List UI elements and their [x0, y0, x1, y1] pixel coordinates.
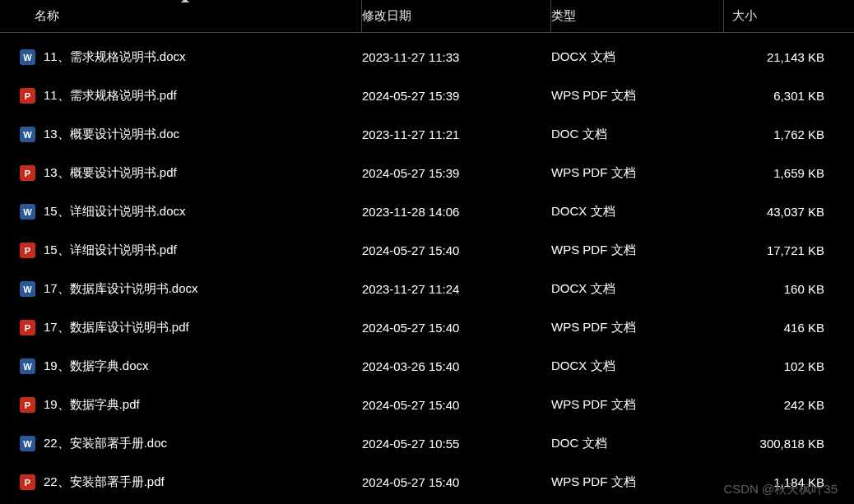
file-type-cell: DOC 文档	[551, 127, 724, 142]
file-row[interactable]: W19、数据字典.docx2024-03-26 15:40DOCX 文档102 …	[0, 347, 854, 386]
file-name-cell: W11、需求规格说明书.docx	[8, 49, 362, 65]
file-type-cell: WPS PDF 文档	[551, 88, 724, 104]
file-name-cell: P15、详细设计说明书.pdf	[8, 243, 362, 258]
file-name-label: 13、概要设计说明书.pdf	[44, 165, 177, 181]
file-row[interactable]: W13、概要设计说明书.doc2023-11-27 11:21DOC 文档1,7…	[0, 115, 854, 154]
column-header-size[interactable]: 大小	[724, 0, 839, 32]
file-size-cell: 160 KB	[724, 282, 839, 296]
column-header-date-label: 修改日期	[362, 8, 411, 24]
pdf-file-icon: P	[20, 397, 35, 413]
file-name-cell: P11、需求规格说明书.pdf	[8, 88, 362, 104]
column-header-size-label: 大小	[732, 8, 757, 24]
file-date-cell: 2024-05-27 15:40	[362, 398, 551, 412]
file-name-cell: W19、数据字典.docx	[8, 358, 362, 374]
file-size-cell: 17,721 KB	[724, 243, 839, 257]
docx-file-icon: W	[20, 204, 35, 220]
pdf-file-icon: P	[20, 165, 35, 181]
file-size-cell: 1,762 KB	[724, 127, 839, 141]
file-name-label: 15、详细设计说明书.docx	[44, 204, 186, 220]
file-date-cell: 2023-11-27 11:21	[362, 127, 551, 141]
file-name-cell: W15、详细设计说明书.docx	[8, 204, 362, 220]
file-size-cell: 242 KB	[724, 398, 839, 412]
sort-ascending-icon	[181, 0, 189, 2]
file-name-label: 17、数据库设计说明书.docx	[44, 281, 198, 297]
column-header-name-label: 名称	[35, 8, 59, 24]
file-date-cell: 2024-03-26 15:40	[362, 359, 551, 373]
docx-file-icon: W	[20, 358, 35, 374]
file-size-cell: 6,301 KB	[724, 89, 839, 103]
file-name-label: 19、数据字典.pdf	[44, 397, 140, 413]
file-name-label: 19、数据字典.docx	[44, 358, 149, 374]
file-type-cell: WPS PDF 文档	[551, 474, 724, 490]
file-name-label: 11、需求规格说明书.docx	[44, 49, 186, 65]
file-type-cell: DOCX 文档	[551, 358, 724, 374]
file-date-cell: 2024-05-27 15:40	[362, 321, 551, 335]
file-name-label: 22、安装部署手册.pdf	[44, 474, 165, 490]
file-date-cell: 2024-05-27 15:40	[362, 243, 551, 257]
docx-file-icon: W	[20, 49, 35, 65]
file-row[interactable]: W22、安装部署手册.doc2024-05-27 10:55DOC 文档300,…	[0, 424, 854, 463]
file-date-cell: 2024-05-27 10:55	[362, 437, 551, 451]
pdf-file-icon: P	[20, 474, 35, 490]
file-date-cell: 2023-11-27 11:24	[362, 282, 551, 296]
file-name-cell: P17、数据库设计说明书.pdf	[8, 320, 362, 335]
file-name-cell: P19、数据字典.pdf	[8, 397, 362, 413]
file-row[interactable]: P19、数据字典.pdf2024-05-27 15:40WPS PDF 文档24…	[0, 386, 854, 424]
pdf-file-icon: P	[20, 88, 35, 104]
file-date-cell: 2024-05-27 15:40	[362, 475, 551, 489]
file-size-cell: 1,659 KB	[724, 166, 839, 180]
file-type-cell: DOCX 文档	[551, 49, 724, 65]
pdf-file-icon: P	[20, 243, 35, 258]
file-type-cell: DOCX 文档	[551, 281, 724, 297]
file-size-cell: 300,818 KB	[724, 437, 839, 451]
file-name-label: 17、数据库设计说明书.pdf	[44, 320, 189, 335]
file-type-cell: DOCX 文档	[551, 204, 724, 220]
doc-file-icon: W	[20, 436, 35, 451]
file-name-cell: W13、概要设计说明书.doc	[8, 127, 362, 142]
file-name-label: 13、概要设计说明书.doc	[44, 127, 179, 142]
file-name-cell: W17、数据库设计说明书.docx	[8, 281, 362, 297]
column-header-date[interactable]: 修改日期	[362, 0, 551, 32]
file-type-cell: WPS PDF 文档	[551, 243, 724, 258]
file-list: W11、需求规格说明书.docx2023-11-27 11:33DOCX 文档2…	[0, 33, 854, 502]
file-row[interactable]: P15、详细设计说明书.pdf2024-05-27 15:40WPS PDF 文…	[0, 231, 854, 270]
file-name-label: 22、安装部署手册.doc	[44, 436, 167, 451]
column-header-name[interactable]: 名称	[8, 0, 362, 32]
file-row[interactable]: W15、详细设计说明书.docx2023-11-28 14:06DOCX 文档4…	[0, 192, 854, 231]
file-name-cell: W22、安装部署手册.doc	[8, 436, 362, 451]
file-row[interactable]: P17、数据库设计说明书.pdf2024-05-27 15:40WPS PDF …	[0, 308, 854, 347]
file-size-cell: 102 KB	[724, 359, 839, 373]
file-size-cell: 21,143 KB	[724, 50, 839, 64]
file-row[interactable]: W11、需求规格说明书.docx2023-11-27 11:33DOCX 文档2…	[0, 38, 854, 76]
file-size-cell: 43,037 KB	[724, 205, 839, 219]
file-date-cell: 2023-11-28 14:06	[362, 205, 551, 219]
file-type-cell: DOC 文档	[551, 436, 724, 451]
watermark: CSDN @秋天枫叶35	[723, 482, 838, 497]
file-row[interactable]: P11、需求规格说明书.pdf2024-05-27 15:39WPS PDF 文…	[0, 76, 854, 115]
file-name-cell: P22、安装部署手册.pdf	[8, 474, 362, 490]
file-date-cell: 2024-05-27 15:39	[362, 166, 551, 180]
file-name-label: 15、详细设计说明书.pdf	[44, 243, 177, 258]
pdf-file-icon: P	[20, 320, 35, 335]
file-date-cell: 2024-05-27 15:39	[362, 89, 551, 103]
doc-file-icon: W	[20, 127, 35, 142]
file-row[interactable]: P13、概要设计说明书.pdf2024-05-27 15:39WPS PDF 文…	[0, 154, 854, 192]
column-header-type[interactable]: 类型	[551, 0, 724, 32]
docx-file-icon: W	[20, 281, 35, 297]
column-header-type-label: 类型	[551, 8, 576, 24]
file-size-cell: 416 KB	[724, 321, 839, 335]
file-row[interactable]: W17、数据库设计说明书.docx2023-11-27 11:24DOCX 文档…	[0, 270, 854, 308]
file-name-label: 11、需求规格说明书.pdf	[44, 88, 177, 104]
file-type-cell: WPS PDF 文档	[551, 320, 724, 335]
file-name-cell: P13、概要设计说明书.pdf	[8, 165, 362, 181]
file-type-cell: WPS PDF 文档	[551, 165, 724, 181]
file-date-cell: 2023-11-27 11:33	[362, 50, 551, 64]
column-header-row: 名称 修改日期 类型 大小	[0, 0, 854, 33]
file-type-cell: WPS PDF 文档	[551, 397, 724, 413]
